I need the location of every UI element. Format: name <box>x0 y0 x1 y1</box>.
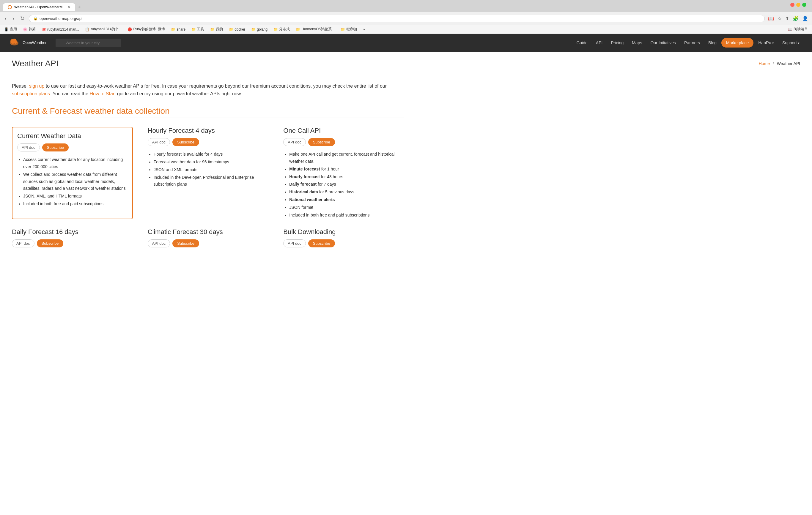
forward-button[interactable]: › <box>11 15 16 22</box>
bookmark-facebook[interactable]: 🌸 韩菊 <box>22 26 37 32</box>
bookmark-share[interactable]: 📁 share <box>170 27 187 32</box>
lock-icon: 🔒 <box>33 16 38 21</box>
nav-pricing[interactable]: Pricing <box>607 38 627 48</box>
bookmark-notion[interactable]: 📋 rubyhan1314的个... <box>84 26 123 32</box>
bookmark-golang[interactable]: 📁 golang <box>250 27 269 32</box>
feature-item: Forecast weather data for 96 timestamps <box>154 159 269 166</box>
intro-text-after-sub: . You can read the <box>50 91 89 96</box>
api-card-daily-forecast: Daily Forecast 16 days API doc Subscribe <box>12 228 133 252</box>
bookmarks-bar: 📱 应用 🌸 韩菊 🐙 rubyhan1314 (han... 📋 rubyha… <box>0 25 812 34</box>
subscribe-button-hourly-forecast[interactable]: Subscribe <box>172 138 199 146</box>
page-title: Weather API <box>12 59 59 68</box>
main-content: Please, sign up to use our fast and easy… <box>0 73 416 261</box>
api-features-one-call: Make one API call and get current, forec… <box>283 151 404 219</box>
main-nav: Guide API Pricing Maps Our Initiatives P… <box>573 38 803 48</box>
bookmark-harmonyos[interactable]: 📁 HarmonyOS鸿蒙系... <box>294 26 336 32</box>
nav-marketplace[interactable]: Marketplace <box>721 38 753 48</box>
address-bar[interactable]: 🔒 openweathermap.org/api <box>29 15 765 22</box>
nav-guide[interactable]: Guide <box>573 38 591 48</box>
section-divider <box>12 118 404 118</box>
feature-item: Daily forecast for 7 days <box>289 181 404 188</box>
reader-view-button[interactable]: 📖 <box>767 15 775 22</box>
api-card-buttons-daily-forecast: API doc Subscribe <box>12 239 133 247</box>
new-tab-button[interactable]: + <box>78 4 81 10</box>
logo-text: OpenWeather <box>23 40 47 45</box>
api-card-bulk-downloading: Bulk Downloading API doc Subscribe <box>283 228 404 252</box>
api-doc-button-hourly-forecast[interactable]: API doc <box>148 138 170 146</box>
subscribe-button-current-weather[interactable]: Subscribe <box>42 144 69 151</box>
feature-item: Included in both free and paid subscript… <box>23 201 127 208</box>
bookmark-chengxuka[interactable]: 📁 程序咖 <box>340 26 358 32</box>
svg-point-7 <box>12 39 16 43</box>
url-text: openweathermap.org/api <box>39 16 82 21</box>
svg-point-1 <box>790 3 794 7</box>
feature-item: Hourly forecast is available for 4 days <box>154 151 269 158</box>
signup-link[interactable]: sign up <box>29 84 45 89</box>
breadcrumb-separator: / <box>773 61 774 66</box>
bookmark-tools[interactable]: 📁 工具 <box>190 26 205 32</box>
bookmark-distributed[interactable]: 📁 分布式 <box>272 26 291 32</box>
section-title: Current & Forecast weather data collecti… <box>12 106 404 116</box>
nav-hanru[interactable]: HanRu <box>755 38 778 48</box>
api-card-buttons-one-call: API doc Subscribe <box>283 138 404 146</box>
nav-support[interactable]: Support <box>779 38 803 48</box>
bookmark-apps[interactable]: 📱 应用 <box>3 26 18 32</box>
api-card-title-daily-forecast: Daily Forecast 16 days <box>12 228 133 236</box>
api-doc-button-one-call[interactable]: API doc <box>283 138 306 146</box>
api-card-title-current-weather: Current Weather Data <box>17 132 127 140</box>
reading-list-button[interactable]: 📖 阅读清单 <box>787 26 809 32</box>
feature-item: Access current weather data for any loca… <box>23 156 127 171</box>
active-tab[interactable]: Weather API - OpenWeatherM... ✕ <box>3 3 75 11</box>
bookmark-github[interactable]: 🐙 rubyhan1314 (han... <box>40 27 80 32</box>
api-doc-button-climatic-forecast[interactable]: API doc <box>148 239 170 247</box>
nav-api[interactable]: API <box>592 38 606 48</box>
intro-text-after-signup: to use our fast and easy-to-work weather… <box>44 84 387 89</box>
feature-item: Minute forecast for 1 hour <box>289 166 404 173</box>
back-button[interactable]: ‹ <box>3 15 8 22</box>
profile-button[interactable]: 👤 <box>801 15 809 22</box>
star-button[interactable]: ☆ <box>777 15 783 22</box>
api-card-current-weather: Current Weather Data API doc Subscribe A… <box>12 127 133 219</box>
feature-item: JSON, XML, and HTML formats <box>23 193 127 200</box>
subscribe-button-daily-forecast[interactable]: Subscribe <box>37 239 64 247</box>
subscribe-button-climatic-forecast[interactable]: Subscribe <box>172 239 199 247</box>
api-doc-button-current-weather[interactable]: API doc <box>17 144 40 151</box>
nav-our-initiatives[interactable]: Our Initiatives <box>647 38 679 48</box>
bookmark-more[interactable]: » <box>362 27 366 32</box>
nav-maps[interactable]: Maps <box>628 38 645 48</box>
tab-title: Weather API - OpenWeatherM... <box>14 5 65 9</box>
bookmark-docker[interactable]: 📁 docker <box>228 27 246 32</box>
site-header: OpenWeather 🔍 Guide API Pricing Maps Our… <box>0 34 812 52</box>
breadcrumb-home-link[interactable]: Home <box>759 61 770 66</box>
bookmark-weibo[interactable]: 🔴 Ruby韩的微博_微博 <box>126 26 166 32</box>
api-doc-button-bulk-downloading[interactable]: API doc <box>283 239 306 247</box>
window-controls <box>789 2 807 9</box>
subscribe-button-one-call[interactable]: Subscribe <box>308 138 335 146</box>
feature-item: Included in the Developer, Professional … <box>154 174 269 188</box>
api-card-title-bulk-downloading: Bulk Downloading <box>283 228 404 236</box>
logo-icon <box>9 36 20 49</box>
subscribe-button-bulk-downloading[interactable]: Subscribe <box>308 239 335 247</box>
nav-blog[interactable]: Blog <box>705 38 720 48</box>
svg-point-2 <box>796 3 801 7</box>
breadcrumb: Home / Weather API <box>759 61 800 66</box>
api-card-hourly-forecast: Hourly Forecast 4 days API doc Subscribe… <box>148 127 269 219</box>
extensions-button[interactable]: 🧩 <box>792 15 800 22</box>
browser-toolbar: ‹ › ↻ 🔒 openweathermap.org/api 📖 ☆ ⬆ 🧩 👤 <box>0 12 812 25</box>
api-card-title-one-call: One Call API <box>283 127 404 134</box>
api-cards-grid: Current Weather Data API doc Subscribe A… <box>12 127 404 252</box>
share-button[interactable]: ⬆ <box>784 15 790 22</box>
how-to-start-link[interactable]: How to Start <box>90 91 116 96</box>
nav-partners[interactable]: Partners <box>680 38 703 48</box>
svg-point-3 <box>802 3 806 7</box>
feature-item: JSON format <box>289 204 404 211</box>
subscription-plans-link[interactable]: subscription plans <box>12 91 50 96</box>
bookmark-mine[interactable]: 📁 我的 <box>209 26 224 32</box>
search-input[interactable] <box>56 39 121 47</box>
browser-tabs: Weather API - OpenWeatherM... ✕ + <box>0 0 812 12</box>
tab-close-button[interactable]: ✕ <box>68 5 70 9</box>
refresh-button[interactable]: ↻ <box>19 14 26 22</box>
feature-item: Historical data for 5 previous days <box>289 189 404 196</box>
api-doc-button-daily-forecast[interactable]: API doc <box>12 239 34 247</box>
api-card-title-climatic-forecast: Climatic Forecast 30 days <box>148 228 269 236</box>
